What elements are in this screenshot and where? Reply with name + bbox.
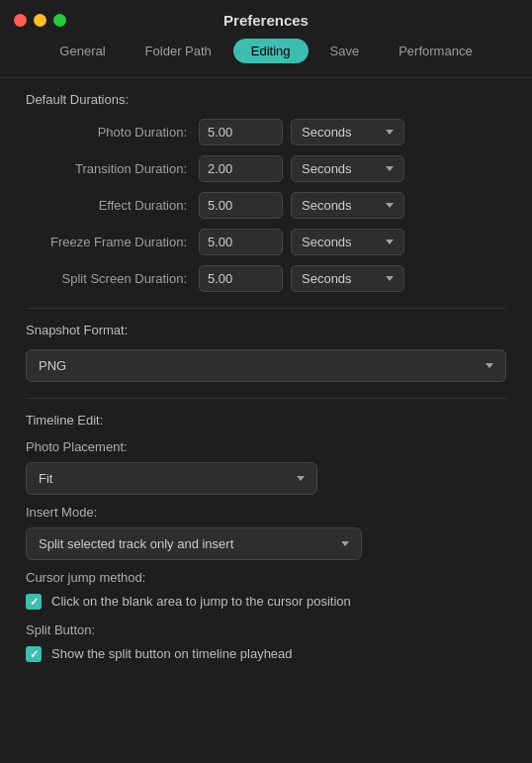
effect-duration-row: Effect Duration: Seconds (26, 192, 506, 219)
split-screen-duration-row: Split Screen Duration: Seconds (26, 265, 506, 292)
section-divider-1 (26, 308, 506, 309)
tab-performance[interactable]: Performance (381, 39, 489, 63)
photo-duration-row: Photo Duration: Seconds (26, 119, 506, 145)
chevron-down-icon (297, 476, 305, 481)
tab-bar: General Folder Path Editing Save Perform… (0, 39, 532, 77)
split-button-checkbox[interactable]: ✓ (26, 646, 42, 662)
photo-placement-value: Fit (39, 471, 52, 486)
tab-save[interactable]: Save (312, 39, 378, 63)
transition-duration-label: Transition Duration: (26, 161, 199, 176)
freeze-frame-duration-label: Freeze Frame Duration: (26, 235, 199, 249)
tab-folder-path[interactable]: Folder Path (128, 39, 229, 63)
photo-duration-label: Photo Duration: (26, 125, 199, 140)
freeze-frame-duration-row: Freeze Frame Duration: Seconds (26, 229, 506, 255)
main-content: Default Durations: Photo Duration: Secon… (0, 92, 532, 663)
effect-duration-input[interactable] (199, 192, 283, 219)
split-button-label: Split Button: (26, 622, 506, 637)
chevron-down-icon (386, 166, 394, 171)
split-button-row: ✓ Show the split button on timeline play… (26, 645, 506, 663)
freeze-frame-duration-unit[interactable]: Seconds (291, 229, 404, 255)
insert-mode-dropdown[interactable]: Split selected track only and insert (26, 527, 362, 560)
transition-duration-input[interactable] (199, 155, 283, 182)
window-controls (14, 14, 66, 27)
close-button[interactable] (14, 14, 27, 27)
photo-placement-label: Photo Placement: (26, 439, 506, 454)
insert-mode-label: Insert Mode: (26, 505, 506, 520)
section-divider-2 (26, 398, 506, 399)
split-button-section: Split Button: ✓ Show the split button on… (26, 622, 506, 663)
photo-duration-input[interactable] (199, 119, 283, 145)
photo-placement-dropdown[interactable]: Fit (26, 462, 317, 495)
split-screen-duration-label: Split Screen Duration: (26, 271, 199, 286)
chevron-down-icon (486, 363, 493, 368)
cursor-jump-label: Cursor jump method: (26, 570, 506, 585)
chevron-down-icon (386, 276, 394, 281)
tab-general[interactable]: General (42, 39, 123, 63)
cursor-jump-text: Click on the blank area to jump to the c… (51, 593, 351, 611)
effect-duration-label: Effect Duration: (26, 198, 199, 213)
window-title: Preferences (223, 12, 309, 29)
transition-duration-row: Transition Duration: Seconds (26, 155, 506, 182)
split-screen-duration-unit[interactable]: Seconds (291, 265, 404, 292)
freeze-frame-duration-input[interactable] (199, 229, 283, 255)
title-bar: Preferences (0, 0, 532, 39)
header-divider (0, 77, 532, 78)
maximize-button[interactable] (53, 14, 66, 27)
snapshot-format-value: PNG (39, 358, 66, 373)
effect-duration-unit[interactable]: Seconds (291, 192, 404, 219)
chevron-down-icon (386, 239, 394, 244)
cursor-jump-checkbox[interactable]: ✓ (26, 594, 42, 610)
default-durations-label: Default Durations: (26, 92, 506, 107)
timeline-edit-label: Timeline Edit: (26, 413, 506, 428)
snapshot-format-label: Snapshot Format: (26, 323, 506, 337)
chevron-down-icon (386, 203, 394, 208)
split-screen-duration-input[interactable] (199, 265, 283, 292)
snapshot-format-dropdown[interactable]: PNG (26, 349, 506, 382)
split-button-text: Show the split button on timeline playhe… (51, 645, 293, 663)
chevron-down-icon (386, 130, 394, 135)
cursor-jump-row: ✓ Click on the blank area to jump to the… (26, 593, 506, 611)
chevron-down-icon (341, 541, 349, 546)
minimize-button[interactable] (34, 14, 46, 27)
photo-duration-unit[interactable]: Seconds (291, 119, 404, 145)
transition-duration-unit[interactable]: Seconds (291, 155, 404, 182)
tab-editing[interactable]: Editing (233, 39, 309, 63)
insert-mode-value: Split selected track only and insert (39, 536, 233, 551)
